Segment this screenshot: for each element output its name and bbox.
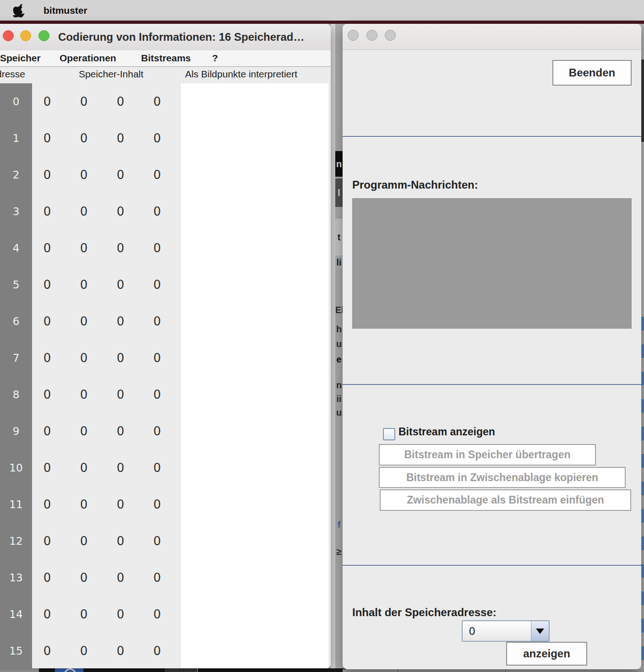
- memory-cell[interactable]: 0: [102, 230, 139, 266]
- memory-cell[interactable]: 0: [65, 230, 102, 266]
- memory-cell[interactable]: 0: [65, 266, 102, 303]
- memory-cell[interactable]: 0: [139, 523, 175, 559]
- left-window-titlebar[interactable]: Codierung von Informationen: 16 Speicher…: [0, 24, 331, 51]
- memory-cell[interactable]: 0: [29, 303, 65, 340]
- zoom-window-button[interactable]: [38, 30, 49, 41]
- memory-cell[interactable]: 0: [29, 340, 65, 376]
- table-row[interactable]: 30000: [0, 193, 331, 230]
- memory-cell[interactable]: 0: [139, 413, 175, 450]
- memory-cell[interactable]: 0: [102, 559, 139, 596]
- menubar-app-name[interactable]: bitmuster: [44, 0, 87, 21]
- address-combobox-value[interactable]: 0: [463, 621, 531, 641]
- memory-cell[interactable]: 0: [139, 120, 175, 157]
- minimize-window-button[interactable]: [366, 30, 377, 41]
- apple-logo-icon[interactable]: [13, 4, 25, 17]
- memory-cell[interactable]: 0: [65, 596, 102, 633]
- memory-cell[interactable]: 0: [139, 486, 175, 523]
- table-row[interactable]: 10000: [0, 120, 331, 157]
- memory-cell[interactable]: 0: [102, 376, 139, 413]
- bitstream-kopieren-button[interactable]: Bitstream in Zwischenablage kopieren: [379, 467, 626, 488]
- memory-cell[interactable]: 0: [139, 266, 175, 303]
- memory-cell[interactable]: 0: [65, 633, 102, 668]
- table-row[interactable]: 130000: [0, 559, 331, 596]
- memory-cell[interactable]: 0: [65, 193, 102, 230]
- memory-cell[interactable]: 0: [29, 230, 65, 266]
- memory-cell[interactable]: 0: [102, 193, 139, 230]
- bitstream-anzeigen-checkbox[interactable]: [383, 428, 395, 440]
- memory-cell[interactable]: 0: [29, 193, 65, 230]
- memory-cell[interactable]: 0: [29, 83, 65, 120]
- memory-cell[interactable]: 0: [29, 266, 65, 303]
- memory-cell[interactable]: 0: [102, 303, 139, 340]
- anzeigen-button[interactable]: anzeigen: [506, 642, 587, 666]
- memory-cell[interactable]: 0: [102, 523, 139, 559]
- program-messages-textarea[interactable]: [352, 198, 632, 329]
- memory-cell[interactable]: 0: [139, 596, 175, 633]
- memory-cell[interactable]: 0: [29, 523, 65, 559]
- memory-cell[interactable]: 0: [65, 376, 102, 413]
- table-row[interactable]: 140000: [0, 596, 331, 633]
- address-combobox[interactable]: 0: [462, 620, 550, 642]
- combobox-dropdown-button[interactable]: [531, 621, 549, 641]
- memory-cell[interactable]: 0: [29, 450, 65, 486]
- table-row[interactable]: 120000: [0, 523, 331, 559]
- table-row[interactable]: 00000: [0, 83, 331, 120]
- memory-cell[interactable]: 0: [139, 376, 175, 413]
- memory-cell[interactable]: 0: [29, 559, 65, 596]
- memory-cell[interactable]: 0: [65, 450, 102, 486]
- beenden-button[interactable]: Beenden: [552, 60, 632, 86]
- memory-cell[interactable]: 0: [102, 340, 139, 376]
- menu-bitstreams[interactable]: Bitstreams: [141, 50, 191, 66]
- memory-cell[interactable]: 0: [139, 230, 175, 266]
- table-row[interactable]: 150000: [0, 633, 331, 668]
- memory-cell[interactable]: 0: [139, 559, 175, 596]
- memory-cell[interactable]: 0: [139, 633, 175, 668]
- table-row[interactable]: 60000: [0, 303, 331, 340]
- right-window-titlebar[interactable]: [343, 24, 641, 50]
- memory-cell[interactable]: 0: [102, 450, 139, 486]
- memory-cell[interactable]: 0: [102, 596, 139, 633]
- zwischenablage-einfuegen-button[interactable]: Zwischenablage als Bitstream einfügen: [380, 489, 631, 511]
- memory-cell[interactable]: 0: [65, 559, 102, 596]
- memory-cell[interactable]: 0: [65, 486, 102, 523]
- table-row[interactable]: 100000: [0, 450, 331, 486]
- table-row[interactable]: 80000: [0, 376, 331, 413]
- bitstream-in-speicher-button[interactable]: Bitstream in Speicher übertragen: [379, 444, 596, 466]
- memory-cell[interactable]: 0: [65, 340, 102, 376]
- memory-cell[interactable]: 0: [65, 120, 102, 157]
- memory-cell[interactable]: 0: [29, 376, 65, 413]
- memory-cell[interactable]: 0: [65, 303, 102, 340]
- memory-cell[interactable]: 0: [65, 413, 102, 450]
- memory-cell[interactable]: 0: [139, 303, 175, 340]
- memory-cell[interactable]: 0: [139, 340, 175, 376]
- memory-cell[interactable]: 0: [29, 120, 65, 157]
- memory-cell[interactable]: 0: [29, 413, 65, 450]
- memory-cell[interactable]: 0: [29, 157, 65, 193]
- menu-speicher[interactable]: Speicher: [0, 50, 41, 66]
- table-row[interactable]: 110000: [0, 486, 331, 523]
- memory-cell[interactable]: 0: [139, 83, 175, 120]
- memory-cell[interactable]: 0: [65, 523, 102, 559]
- memory-cell[interactable]: 0: [102, 157, 139, 193]
- close-window-button[interactable]: [348, 30, 359, 41]
- memory-cell[interactable]: 0: [139, 157, 175, 193]
- memory-cell[interactable]: 0: [65, 157, 102, 193]
- close-window-button[interactable]: [3, 30, 14, 41]
- minimize-window-button[interactable]: [20, 30, 31, 41]
- table-row[interactable]: 40000: [0, 230, 331, 266]
- memory-cell[interactable]: 0: [102, 83, 139, 120]
- memory-cell[interactable]: 0: [139, 450, 175, 486]
- memory-cell[interactable]: 0: [29, 486, 65, 523]
- table-row[interactable]: 20000: [0, 157, 331, 193]
- zoom-window-button[interactable]: [385, 30, 396, 41]
- menu-operationen[interactable]: Operationen: [60, 50, 116, 66]
- memory-cell[interactable]: 0: [102, 120, 139, 157]
- memory-cell[interactable]: 0: [102, 413, 139, 450]
- table-row[interactable]: 70000: [0, 340, 331, 376]
- memory-cell[interactable]: 0: [102, 633, 139, 668]
- table-row[interactable]: 90000: [0, 413, 331, 450]
- memory-cell[interactable]: 0: [29, 596, 65, 633]
- table-row[interactable]: 50000: [0, 266, 331, 303]
- memory-cell[interactable]: 0: [29, 633, 65, 668]
- memory-cell[interactable]: 0: [139, 193, 175, 230]
